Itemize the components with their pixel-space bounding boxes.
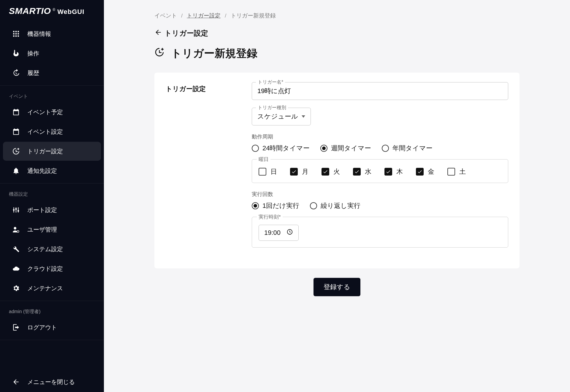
sidebar-item-label: 履歴 xyxy=(27,69,39,77)
svg-rect-1 xyxy=(15,31,17,32)
sidebar-item-label: 機器情報 xyxy=(27,30,51,38)
sidebar-item-label: トリガー設定 xyxy=(27,147,63,155)
page-title: トリガー新規登録 xyxy=(154,46,520,61)
clock-plus-icon xyxy=(154,47,164,60)
users-icon xyxy=(12,225,20,234)
page-title-text: トリガー新規登録 xyxy=(171,46,257,61)
day-label: 土 xyxy=(459,167,466,176)
day-label: 木 xyxy=(396,167,403,176)
submit-button[interactable]: 登録する xyxy=(314,278,360,296)
weekday-label: 曜日 xyxy=(257,156,270,163)
exec-count-field: 実行回数 1回だけ実行 繰り返し実行 実行時刻* xyxy=(252,191,508,248)
sidebar: SMARTIO ® WebGUI 機器情報 操作 履歴 イベント イベント予定 xyxy=(0,0,104,392)
weekday-sun[interactable]: 日 xyxy=(259,167,277,176)
svg-point-9 xyxy=(17,133,18,134)
sidebar-item-label: ユーザ管理 xyxy=(27,226,57,234)
logo-reg: ® xyxy=(53,8,56,12)
breadcrumb: イベント / トリガー設定 / トリガー新規登録 xyxy=(154,12,520,20)
app-logo: SMARTIO ® WebGUI xyxy=(0,0,104,21)
weekday-thu[interactable]: 木 xyxy=(384,167,403,176)
back-link[interactable]: トリガー設定 xyxy=(154,28,520,38)
sidebar-collapse-button[interactable]: メニューを閉じる xyxy=(3,372,101,391)
svg-rect-6 xyxy=(13,35,14,36)
trigger-type-label: トリガー種別 xyxy=(256,105,288,111)
current-user-label: admin (管理者) xyxy=(0,303,104,317)
cycle-radio-yearly[interactable]: 年間タイマー xyxy=(382,144,433,153)
breadcrumb-sep: / xyxy=(225,12,226,19)
weekday-mon[interactable]: 月 xyxy=(290,167,308,176)
radio-label: 24時間タイマー xyxy=(262,144,310,153)
radio-icon xyxy=(252,202,259,209)
breadcrumb-item-3: トリガー新規登録 xyxy=(231,12,276,20)
sidebar-item-port-settings[interactable]: ポート設定 xyxy=(3,200,101,219)
logo-main: SMARTIO xyxy=(9,6,51,16)
radio-icon xyxy=(320,145,327,152)
checkbox-icon xyxy=(322,168,329,176)
sidebar-item-maintenance[interactable]: メンテナンス xyxy=(3,279,101,298)
checkbox-icon xyxy=(259,168,266,176)
svg-rect-4 xyxy=(15,33,17,34)
calendar-icon xyxy=(12,108,20,116)
clock-icon xyxy=(286,229,293,237)
sidebar-item-label: イベント予定 xyxy=(27,108,63,116)
exec-radio-repeat[interactable]: 繰り返し実行 xyxy=(310,201,360,210)
sidebar-item-device-info[interactable]: 機器情報 xyxy=(3,24,101,43)
radio-icon xyxy=(382,145,389,152)
history-icon xyxy=(12,69,20,77)
trigger-name-field: トリガー名* xyxy=(252,82,508,100)
svg-rect-2 xyxy=(18,31,19,32)
exec-time-group: 実行時刻* 19:00 xyxy=(252,217,508,248)
sidebar-item-event-schedule[interactable]: イベント予定 xyxy=(3,103,101,122)
sidebar-item-label: イベント設定 xyxy=(27,128,63,136)
weekday-wed[interactable]: 水 xyxy=(353,167,371,176)
sidebar-item-label: ポート設定 xyxy=(27,206,57,214)
svg-rect-5 xyxy=(18,33,19,34)
trigger-name-input[interactable] xyxy=(252,82,508,100)
cycle-radio-weekly[interactable]: 週間タイマー xyxy=(320,144,371,153)
svg-rect-7 xyxy=(15,35,17,36)
day-label: 日 xyxy=(270,167,277,176)
svg-rect-8 xyxy=(18,35,19,36)
nav-section-device: 機器設定 ポート設定 ユーザ管理 システム設定 クラウド設定 メンテナンス xyxy=(0,184,104,301)
sidebar-item-label: ログアウト xyxy=(27,324,57,332)
sliders-icon xyxy=(12,206,20,214)
sidebar-item-cloud-settings[interactable]: クラウド設定 xyxy=(3,259,101,278)
nav-section-main: 機器情報 操作 履歴 xyxy=(0,21,104,86)
exec-radio-once[interactable]: 1回だけ実行 xyxy=(252,201,299,210)
sidebar-item-user-mgmt[interactable]: ユーザ管理 xyxy=(3,220,101,239)
checkbox-icon xyxy=(447,168,455,176)
trigger-form-card: トリガー設定 トリガー名* トリガー種別 スケジュール 動作周期 xyxy=(154,73,520,268)
nav-heading-device: 機器設定 xyxy=(0,186,104,200)
cycle-label: 動作周期 xyxy=(252,133,508,140)
tools-icon xyxy=(12,245,20,253)
sidebar-item-label: クラウド設定 xyxy=(27,265,63,273)
cycle-radio-24h[interactable]: 24時間タイマー xyxy=(252,144,310,153)
checkbox-icon xyxy=(353,168,361,176)
sidebar-item-label: メニューを閉じる xyxy=(27,378,75,386)
main-content: イベント / トリガー設定 / トリガー新規登録 トリガー設定 トリガー新規登録… xyxy=(104,0,570,392)
svg-point-11 xyxy=(15,208,17,210)
checkbox-icon xyxy=(290,168,298,176)
sidebar-item-notify-settings[interactable]: 通知先設定 xyxy=(3,161,101,180)
sidebar-item-operate[interactable]: 操作 xyxy=(3,44,101,63)
svg-rect-3 xyxy=(13,33,14,34)
sidebar-item-history[interactable]: 履歴 xyxy=(3,63,101,82)
sidebar-item-system-settings[interactable]: システム設定 xyxy=(3,240,101,259)
exec-time-value: 19:00 xyxy=(264,229,281,237)
radio-label: 週間タイマー xyxy=(331,144,371,153)
weekday-tue[interactable]: 火 xyxy=(322,167,340,176)
sidebar-item-event-settings[interactable]: イベント設定 xyxy=(3,122,101,141)
exec-time-input[interactable]: 19:00 xyxy=(259,225,299,241)
checkbox-icon xyxy=(384,168,392,176)
day-label: 金 xyxy=(428,167,434,176)
nav-section-user: admin (管理者) ログアウト xyxy=(0,301,104,340)
bell-icon xyxy=(12,167,20,175)
weekday-fri[interactable]: 金 xyxy=(416,167,434,176)
radio-icon xyxy=(252,145,259,152)
trigger-type-field: トリガー種別 スケジュール xyxy=(252,108,311,125)
weekday-sat[interactable]: 土 xyxy=(447,167,466,176)
sidebar-item-logout[interactable]: ログアウト xyxy=(3,318,101,337)
sidebar-item-trigger-settings[interactable]: トリガー設定 xyxy=(3,142,101,161)
breadcrumb-item-2[interactable]: トリガー設定 xyxy=(187,12,221,20)
gear-icon xyxy=(12,284,20,292)
